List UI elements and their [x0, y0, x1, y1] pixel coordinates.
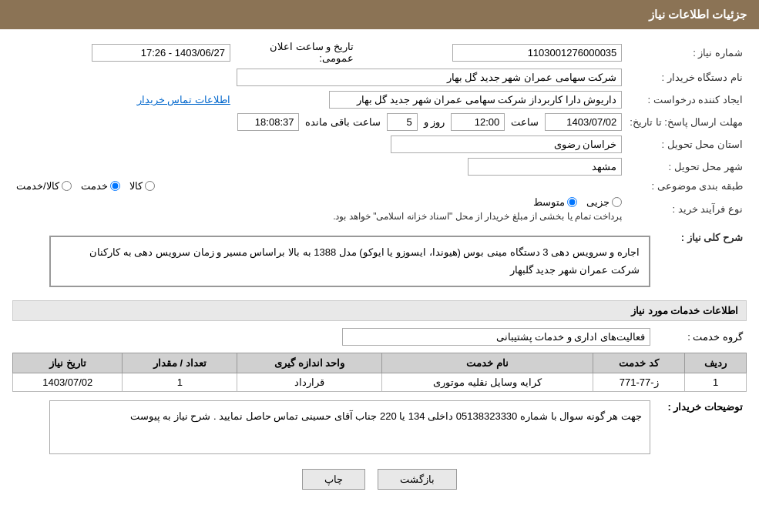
tabaqe-label: طبقه بندی موضوعی :: [626, 178, 747, 194]
tarikh-label: تاریخ و ساعت اعلان عمومی:: [270, 41, 354, 64]
notes-table: توضیحات خریدار : جهت هر گونه سوال با شما…: [12, 398, 747, 457]
nam-dastgah-label: نام دستگاه خریدار :: [626, 66, 747, 89]
mohlat-row: 1403/07/02 ساعت 12:00 روز و 5 ساعت باقی …: [16, 113, 622, 131]
row-tabaqe: طبقه بندی موضوعی : کالا/خدمت خدمت: [12, 178, 747, 194]
col-tarikh: تاریخ نیاز: [13, 353, 123, 373]
services-section-title: اطلاعات خدمات مورد نیاز: [12, 300, 747, 321]
radio-kala-khadamat-label: کالا/خدمت: [16, 180, 59, 192]
grohe-table: گروه خدمت : فعالیت‌های اداری و خدمات پشت…: [12, 326, 747, 348]
radio-motavaset-item[interactable]: متوسط: [533, 196, 577, 208]
mohlat-rooz-label: روز و: [424, 116, 445, 128]
farayand-note: پرداخت تمام یا بخشی از مبلغ خریدار از مح…: [333, 211, 622, 222]
grohe-value: فعالیت‌های اداری و خدمات پشتیبانی: [342, 328, 650, 346]
radio-kala-label: کالا: [129, 180, 143, 192]
row-ostan: استان محل تحویل : خراسان رضوی: [12, 133, 747, 156]
cell-kod: ز-77-771: [593, 373, 685, 391]
radio-motavaset-label: متوسط: [533, 196, 565, 208]
cell-radif: 1: [685, 373, 747, 391]
sharh-value: اجاره و سرویس دهی 3 دستگاه مینی بوس (هیو…: [49, 236, 650, 287]
shahr-label: شهر محل تحویل :: [626, 156, 747, 178]
mohlat-label: مهلت ارسال پاسخ: تا تاریخ:: [626, 111, 747, 133]
cell-vahed: قرارداد: [237, 373, 382, 391]
services-table: ردیف کد خدمت نام خدمت واحد اندازه گیری ت…: [12, 353, 747, 392]
shomare-label: شماره نیاز :: [626, 38, 747, 66]
row-shahr: شهر محل تحویل : مشهد: [12, 156, 747, 178]
page-title: جزئیات اطلاعات نیاز: [649, 8, 747, 21]
shomare-value: 1103001276000035: [452, 44, 622, 62]
mohlat-date: 1403/07/02: [545, 113, 622, 131]
radio-motavaset-input[interactable]: [567, 197, 577, 207]
notes-section: توضیحات خریدار : جهت هر گونه سوال با شما…: [12, 398, 747, 457]
ijad-value: داریوش دارا کاربرداز شرکت سهامی عمران شه…: [329, 91, 622, 109]
cell-nam: کرایه وسایل نقلیه موتوری: [382, 373, 593, 391]
tozihat-value: جهت هر گونه سوال با شماره 05138323330 دا…: [49, 400, 650, 454]
grohe-label: گروه خدمت :: [687, 331, 743, 343]
row-tozihat: توضیحات خریدار : جهت هر گونه سوال با شما…: [12, 398, 747, 457]
services-tbody: 1 ز-77-771 کرایه وسایل نقلیه موتوری قرار…: [13, 373, 747, 391]
buttons-row: بازگشت چاپ: [12, 469, 747, 490]
row-shomare: شماره نیاز : 1103001276000035 تاریخ و سا…: [12, 38, 747, 66]
col-kod: کد خدمت: [593, 353, 685, 373]
radio-kala-item[interactable]: کالا: [129, 180, 155, 192]
col-tedade: تعداد / مقدار: [123, 353, 237, 373]
cell-tedade: 1: [123, 373, 237, 391]
tabaqe-radio-group: کالا/خدمت خدمت کالا: [16, 180, 622, 192]
btn-chap[interactable]: چاپ: [302, 469, 365, 490]
farayand-radio-group: متوسط جزیی: [533, 196, 622, 208]
content-area: شماره نیاز : 1103001276000035 تاریخ و سا…: [0, 29, 759, 507]
mohlat-rooz-value: 5: [387, 113, 418, 131]
radio-kala-khadamat-item[interactable]: کالا/خدمت: [16, 180, 72, 192]
sharh-label: شرح کلی نیاز :: [681, 232, 743, 243]
radio-jazii-input[interactable]: [612, 197, 622, 207]
row-ijad: ایجاد کننده درخواست : داریوش دارا کاربرد…: [12, 89, 747, 111]
row-mohlat: مهلت ارسال پاسخ: تا تاریخ: 1403/07/02 سا…: [12, 111, 747, 133]
col-nam: نام خدمت: [382, 353, 593, 373]
nam-dastgah-value: شرکت سهامی عمران شهر جدید گل بهار: [237, 69, 622, 86]
services-thead: ردیف کد خدمت نام خدمت واحد اندازه گیری ت…: [13, 353, 747, 373]
col-vahed: واحد اندازه گیری: [237, 353, 382, 373]
radio-khadamat-input[interactable]: [110, 181, 120, 191]
tozihat-label: توضیحات خریدار :: [667, 401, 743, 413]
mohlat-saat-label: ساعت: [511, 116, 539, 128]
mohlat-baqi-label: ساعت باقی مانده: [305, 116, 380, 128]
tarikh-value: 1403/06/27 - 17:26: [92, 44, 230, 62]
etelaat-link[interactable]: اطلاعات تماس خریدار: [137, 94, 230, 105]
farayand-area: متوسط جزیی پرداخت تمام یا بخشی از مبلغ خ…: [16, 196, 622, 222]
radio-kala-khadamat-input[interactable]: [62, 181, 72, 191]
ostan-label: استان محل تحویل :: [626, 133, 747, 156]
btn-bazgasht[interactable]: بازگشت: [378, 469, 457, 490]
main-info-table: شماره نیاز : 1103001276000035 تاریخ و سا…: [12, 38, 747, 224]
ijad-label: ایجاد کننده درخواست :: [626, 89, 747, 111]
page-wrapper: جزئیات اطلاعات نیاز شماره نیاز : 1103001…: [0, 0, 759, 532]
radio-khadamat-item[interactable]: خدمت: [81, 180, 120, 192]
radio-jazii-label: جزیی: [586, 196, 610, 208]
col-radif: ردیف: [685, 353, 747, 373]
services-header-row: ردیف کد خدمت نام خدمت واحد اندازه گیری ت…: [13, 353, 747, 373]
ostan-value: خراسان رضوی: [391, 136, 622, 153]
row-nam-dastgah: نام دستگاه خریدار : شرکت سهامی عمران شهر…: [12, 66, 747, 89]
row-farayand: نوع فرآیند خرید : متوسط جزیی: [12, 194, 747, 224]
farayand-label: نوع فرآیند خرید :: [626, 194, 747, 224]
radio-khadamat-label: خدمت: [81, 180, 108, 192]
cell-tarikh: 1403/07/02: [13, 373, 123, 391]
radio-jazii-item[interactable]: جزیی: [586, 196, 622, 208]
mohlat-baqi-value: 18:08:37: [237, 113, 299, 131]
row-grohe: گروه خدمت : فعالیت‌های اداری و خدمات پشت…: [12, 326, 747, 348]
radio-kala-input[interactable]: [145, 181, 155, 191]
shahr-value: مشهد: [468, 158, 622, 176]
sharh-table: شرح کلی نیاز : اجاره و سرویس دهی 3 دستگا…: [12, 229, 747, 294]
mohlat-saat-value: 12:00: [451, 113, 505, 131]
row-sharh: شرح کلی نیاز : اجاره و سرویس دهی 3 دستگا…: [12, 229, 747, 294]
page-header: جزئیات اطلاعات نیاز: [0, 0, 759, 29]
table-row: 1 ز-77-771 کرایه وسایل نقلیه موتوری قرار…: [13, 373, 747, 391]
